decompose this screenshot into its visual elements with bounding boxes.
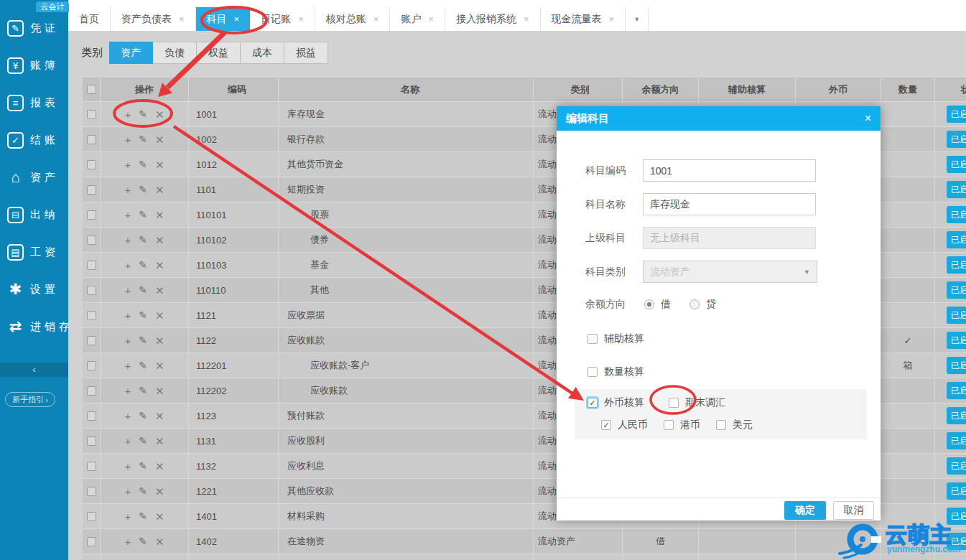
close-icon[interactable]: × <box>373 14 379 24</box>
edit-button[interactable]: ✎ <box>139 285 147 295</box>
tab-现金流量表[interactable]: 现金流量表× <box>541 7 626 31</box>
status-enabled-button[interactable]: 已启用 <box>947 156 966 173</box>
subject-name-input[interactable] <box>643 193 816 215</box>
row-checkbox[interactable] <box>87 311 96 320</box>
row-checkbox[interactable] <box>87 286 96 295</box>
row-checkbox[interactable] <box>87 235 96 245</box>
add-subaccount-button[interactable]: + <box>124 159 131 170</box>
currency-checkbox-美元[interactable]: ✓ <box>716 420 726 430</box>
status-enabled-button[interactable]: 已启用 <box>947 332 966 349</box>
delete-button[interactable]: ✕ <box>155 235 164 246</box>
tab-科目[interactable]: 科目× <box>196 7 251 31</box>
add-subaccount-button[interactable]: + <box>124 335 131 346</box>
edit-button[interactable]: ✎ <box>139 411 147 421</box>
row-checkbox[interactable] <box>87 160 96 169</box>
subject-code-input[interactable] <box>643 159 816 182</box>
delete-button[interactable]: ✕ <box>155 285 164 296</box>
edit-button[interactable]: ✎ <box>139 210 147 220</box>
add-subaccount-button[interactable]: + <box>124 285 131 296</box>
edit-button[interactable]: ✎ <box>139 310 147 320</box>
close-icon[interactable]: × <box>234 14 240 24</box>
ok-button[interactable]: 确定 <box>784 501 826 520</box>
add-subaccount-button[interactable]: + <box>124 310 131 321</box>
edit-button[interactable]: ✎ <box>139 134 147 144</box>
sidebar-item-凭证[interactable]: ✎凭证 <box>0 9 68 47</box>
status-enabled-button[interactable]: 已启用 <box>947 457 966 475</box>
delete-button[interactable]: ✕ <box>155 310 164 321</box>
edit-button[interactable]: ✎ <box>139 436 147 446</box>
tab-资产负债表[interactable]: 资产负债表× <box>111 7 196 31</box>
close-icon[interactable]: × <box>298 14 304 24</box>
status-enabled-button[interactable]: 已启用 <box>947 231 966 248</box>
delete-button[interactable]: ✕ <box>155 185 164 195</box>
edit-button[interactable]: ✎ <box>139 536 147 546</box>
edit-button[interactable]: ✎ <box>139 461 147 471</box>
add-subaccount-button[interactable]: + <box>124 411 131 421</box>
row-checkbox[interactable] <box>87 261 96 270</box>
delete-button[interactable]: ✕ <box>155 461 164 472</box>
status-enabled-button[interactable]: 已启用 <box>947 106 966 123</box>
row-checkbox[interactable] <box>87 487 96 496</box>
sidebar-item-出纳[interactable]: ⊟出纳 <box>0 196 68 233</box>
tab-账户[interactable]: 账户× <box>390 7 445 31</box>
add-subaccount-button[interactable]: + <box>124 536 131 547</box>
close-icon[interactable]: × <box>179 14 185 24</box>
status-enabled-button[interactable]: 已启用 <box>947 206 966 223</box>
delete-button[interactable]: ✕ <box>155 511 164 522</box>
subject-category-select[interactable]: 流动资产 ▼ <box>643 261 817 283</box>
tab-首页[interactable]: 首页 <box>68 7 111 31</box>
sidebar-item-资产[interactable]: ⌂资产 <box>0 159 68 196</box>
status-enabled-button[interactable]: 已启用 <box>947 533 966 550</box>
tab-核对总账[interactable]: 核对总账× <box>315 7 391 31</box>
sidebar-item-设置[interactable]: ✱设置 <box>0 271 68 308</box>
delete-button[interactable]: ✕ <box>155 536 164 547</box>
add-subaccount-button[interactable]: + <box>124 260 131 271</box>
row-checkbox[interactable] <box>87 361 96 370</box>
row-checkbox[interactable] <box>87 411 96 421</box>
row-checkbox[interactable] <box>87 437 96 446</box>
close-icon[interactable]: × <box>428 14 434 24</box>
close-icon[interactable]: × <box>609 14 615 24</box>
status-enabled-button[interactable]: 已启用 <box>947 281 966 299</box>
sidebar-collapse-button[interactable]: ‹ <box>0 363 68 377</box>
sidebar-item-结账[interactable]: ✓结账 <box>0 121 68 159</box>
delete-button[interactable]: ✕ <box>155 159 164 170</box>
delete-button[interactable]: ✕ <box>155 260 164 271</box>
debit-radio[interactable] <box>644 299 654 309</box>
add-subaccount-button[interactable]: + <box>124 185 131 195</box>
delete-button[interactable]: ✕ <box>155 210 164 220</box>
category-button-资产[interactable]: 资产 <box>109 42 153 64</box>
select-all-checkbox[interactable] <box>87 85 96 94</box>
tab-list-dropdown[interactable]: ▼ <box>626 7 649 31</box>
sidebar-item-进销存[interactable]: ⇄进销存 <box>0 308 68 345</box>
edit-button[interactable]: ✎ <box>139 159 147 169</box>
delete-button[interactable]: ✕ <box>155 436 164 447</box>
currency-checkbox-港币[interactable]: ✓ <box>664 420 674 430</box>
tab-日记账[interactable]: 日记账× <box>250 7 315 31</box>
delete-button[interactable]: ✕ <box>155 360 164 371</box>
tab-接入报销系统[interactable]: 接入报销系统× <box>445 7 541 31</box>
close-icon[interactable]: × <box>865 112 871 125</box>
close-icon[interactable]: × <box>524 14 529 24</box>
category-button-损益[interactable]: 损益 <box>284 42 328 64</box>
status-enabled-button[interactable]: 已启用 <box>947 432 966 449</box>
row-checkbox[interactable] <box>87 462 96 471</box>
status-enabled-button[interactable]: 已启用 <box>947 508 966 525</box>
status-enabled-button[interactable]: 已启用 <box>947 357 966 374</box>
add-subaccount-button[interactable]: + <box>124 134 131 145</box>
add-subaccount-button[interactable]: + <box>124 235 131 246</box>
row-checkbox[interactable] <box>87 336 96 345</box>
sidebar-item-账簿[interactable]: ¥账簿 <box>0 47 68 84</box>
add-subaccount-button[interactable]: + <box>124 511 131 522</box>
cancel-button[interactable]: 取消 <box>833 501 874 520</box>
row-checkbox[interactable] <box>87 110 96 119</box>
delete-button[interactable]: ✕ <box>155 109 164 120</box>
edit-button[interactable]: ✎ <box>139 109 147 119</box>
edit-button[interactable]: ✎ <box>139 360 147 370</box>
add-subaccount-button[interactable]: + <box>124 360 131 371</box>
edit-button[interactable]: ✎ <box>139 486 147 496</box>
delete-button[interactable]: ✕ <box>155 411 164 421</box>
status-enabled-button[interactable]: 已启用 <box>947 482 966 500</box>
status-enabled-button[interactable]: 已启用 <box>947 181 966 198</box>
sidebar-item-工资[interactable]: ▤工资 <box>0 233 68 271</box>
